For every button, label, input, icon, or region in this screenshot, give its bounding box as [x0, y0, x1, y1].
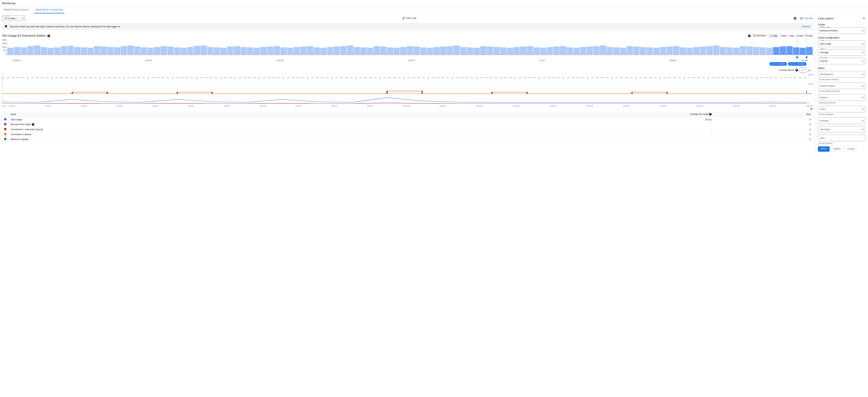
svg-rect-1	[6, 26, 6, 27]
table-row[interactable]: Maximum Capacity - 0	[2, 137, 813, 142]
overview-bar	[693, 47, 700, 55]
overview-bar	[94, 46, 100, 55]
columns-icon[interactable]	[810, 108, 813, 111]
overview-bar	[440, 46, 446, 55]
detail-plot[interactable]	[2, 74, 807, 104]
overview-bar	[647, 47, 653, 55]
overview-bar	[101, 46, 107, 55]
overview-bar	[354, 47, 360, 55]
col-avg[interactable]: ↓ Average slot usage ?	[414, 111, 714, 117]
reservations-filter[interactable]: Reservations▼	[818, 71, 865, 77]
overview-bar	[334, 46, 340, 55]
metric-select[interactable]: Metric Average ▼	[818, 49, 865, 56]
row-slots: 0	[714, 122, 813, 127]
selection-handle-right[interactable]	[806, 56, 808, 58]
apply-button[interactable]: APPLY	[818, 146, 830, 152]
parent-folders-filter[interactable]: Parent Folders▼	[818, 82, 865, 89]
overview-bar	[307, 46, 313, 55]
page-title: Monitoring	[2, 2, 866, 5]
overview-bar	[174, 47, 180, 55]
overview-bar	[234, 46, 240, 55]
overview-bar	[673, 46, 679, 55]
overview-bar	[380, 46, 386, 55]
chevron-down-icon: ▼	[862, 108, 864, 110]
overview-bar	[220, 48, 227, 55]
range-3days[interactable]: 3 days	[780, 35, 786, 37]
bar-view-button[interactable]	[806, 68, 813, 73]
row-avg: -	[414, 137, 714, 142]
overview-bar	[21, 47, 27, 55]
overview-bar	[527, 46, 533, 55]
overview-bar	[114, 47, 120, 55]
selection-end-chip: Oct 15, 10:58 AM	[788, 62, 806, 66]
table-row[interactable]: Borrowed Slot Usage ? - 0	[2, 122, 813, 127]
table-row[interactable]: Commitment Capacity - 0	[2, 132, 813, 137]
legend-table: Name ↓ Average slot usage ? Slots Total …	[2, 111, 813, 142]
overview-bar	[600, 45, 606, 55]
tab-resource-utilization[interactable]: RESOURCE UTILIZATION	[34, 7, 64, 13]
range-1day[interactable]: 1 day	[769, 34, 778, 38]
overview-bar	[147, 48, 154, 55]
live-data-toggle[interactable]	[798, 17, 803, 20]
job-types-filter[interactable]: Job Types▼	[818, 126, 865, 133]
close-icon[interactable]: ✕	[863, 16, 865, 20]
close-button[interactable]: CLOSE	[845, 146, 857, 152]
overview-bar	[706, 46, 713, 55]
range-30days[interactable]: 30 days	[805, 35, 813, 37]
help-icon[interactable]: ?	[32, 123, 34, 126]
selection-handle-left[interactable]	[796, 56, 798, 58]
projects-filter[interactable]: Projects▼	[818, 94, 865, 101]
jobs-filter[interactable]: Jobs	[818, 135, 865, 141]
range-7days[interactable]: 7 days	[788, 35, 795, 37]
banner-message: Resource charts may load stale data to i…	[10, 25, 799, 28]
overview-bar	[107, 47, 114, 55]
row-name: Total Usage	[8, 117, 414, 122]
users-filter[interactable]: Users▼	[818, 106, 865, 112]
col-name[interactable]: Name	[8, 111, 414, 117]
overview-bar	[653, 48, 659, 55]
selection-start-chip: Oct 15, 8:58 AM	[770, 62, 787, 66]
overview-bar	[287, 48, 293, 55]
tab-operational-health[interactable]: OPERATIONAL HEALTH	[2, 7, 30, 13]
table-row[interactable]: Total Usage 673.31 0	[2, 117, 813, 122]
col-slots[interactable]: Slots	[714, 111, 813, 117]
location-label: Location	[3, 16, 12, 16]
help-icon[interactable]: ?	[709, 113, 712, 115]
overview-bar	[14, 47, 21, 55]
reset-button[interactable]: RESET	[831, 146, 843, 152]
overview-bar	[766, 48, 773, 55]
chevron-down-icon: ▼	[862, 43, 864, 45]
filters-heading: Filters	[818, 67, 865, 70]
chart-title: Slot Usage for Enterprise Edition ?	[2, 34, 50, 37]
overview-bar	[533, 47, 540, 55]
timezone: UTC-7	[2, 105, 7, 107]
table-row[interactable]: Commitment + Autoscale Capacity - 0	[2, 127, 813, 132]
group-by-select[interactable]: Group by Overall ▼	[818, 58, 865, 64]
billing-model-select[interactable]: Billing model Enterprise Edition ▼	[818, 27, 865, 34]
line-view-button[interactable]	[800, 68, 806, 73]
priorities-filter[interactable]: Priorities▼	[818, 118, 865, 124]
overview-x-axis: 12:00 PM3:00 PM6:00 PM9:00 PMOct 153:00 …	[7, 59, 813, 62]
overview-bar	[81, 47, 87, 55]
svg-rect-11	[811, 108, 812, 110]
copy-url-label: COPY URL	[406, 17, 417, 20]
overview-plot[interactable]	[7, 39, 813, 55]
refresh-button[interactable]: REFRESH	[753, 34, 766, 37]
overview-bar	[587, 46, 593, 55]
help-icon[interactable]: ?	[748, 35, 751, 37]
overview-bar	[301, 46, 307, 55]
overview-bar	[447, 46, 453, 55]
overview-bar	[274, 46, 280, 55]
help-icon[interactable]: ?	[48, 35, 50, 37]
live-data-control: − Live data	[794, 17, 813, 20]
overview-selection[interactable]	[797, 39, 807, 57]
dismiss-button[interactable]: DISMISS	[802, 25, 810, 28]
chevron-down-icon: ▼	[862, 73, 864, 75]
chart-select[interactable]: Chart Slot Usage ▼	[818, 40, 865, 47]
help-icon[interactable]: ?	[796, 69, 798, 71]
overview-bar	[760, 47, 766, 55]
time-range-selector: 1 day 3 days 7 days 14 days 30 days	[769, 34, 813, 38]
copy-url-button[interactable]: COPY URL	[402, 17, 417, 20]
range-14days[interactable]: 14 days	[796, 35, 804, 37]
location-select[interactable]: Location US (multiple regions in Un… ▼	[2, 16, 25, 21]
